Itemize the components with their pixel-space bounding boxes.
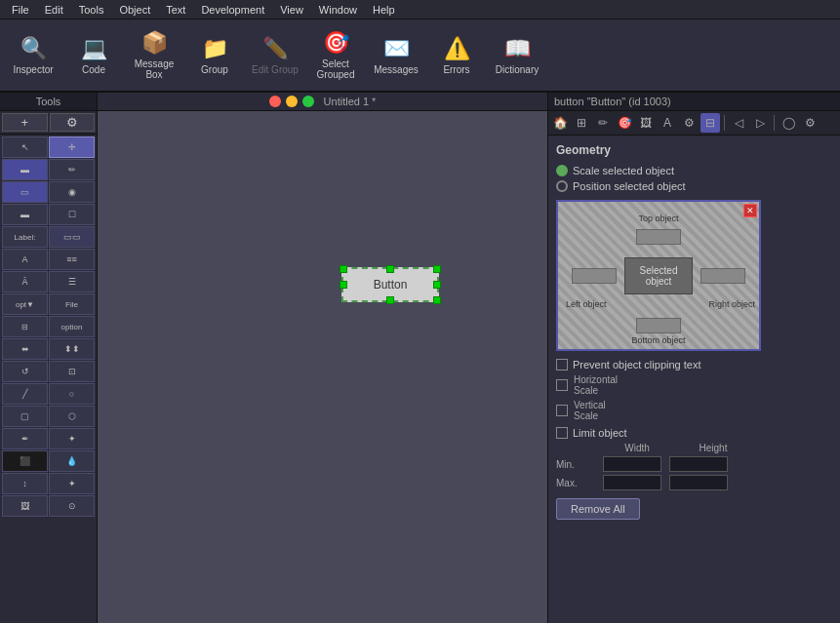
menu-tools[interactable]: Tools [71, 4, 112, 16]
tool-rect-fill[interactable]: ▬ [2, 159, 48, 180]
tool-combo[interactable]: ⊟ [2, 316, 48, 337]
insp-settings-icon[interactable]: ⚙ [800, 113, 820, 133]
max-width-input[interactable] [603, 475, 661, 490]
menu-object[interactable]: Object [111, 4, 158, 16]
tool-misc[interactable]: ⊙ [49, 495, 95, 517]
tool-pencil[interactable]: ✏ [49, 159, 95, 180]
tool-label[interactable]: Label: [2, 226, 48, 248]
menu-file[interactable]: File [4, 4, 37, 16]
menu-edit[interactable]: Edit [37, 4, 71, 16]
handle-tr[interactable] [433, 265, 441, 273]
tools-settings-button[interactable]: ⚙ [50, 113, 96, 132]
toolbar-dictionary-button[interactable]: 📖 Dictionary [488, 22, 546, 89]
tool-bar1[interactable]: ▬ [2, 204, 48, 225]
insp-circle-icon[interactable]: ◯ [779, 113, 798, 133]
handle-mr[interactable] [433, 281, 441, 289]
horizontal-scale-checkbox[interactable] [556, 379, 568, 391]
tool-oval[interactable]: ○ [49, 383, 95, 405]
handle-br[interactable] [433, 296, 441, 304]
tool-pen[interactable]: ✒ [2, 428, 48, 449]
handle-bm[interactable] [386, 296, 394, 304]
diagram-close-button[interactable]: ✕ [743, 204, 757, 217]
toolbar-errors-button[interactable]: ⚠️ Errors [427, 22, 486, 89]
tool-eyedropper[interactable]: 💧 [49, 450, 95, 472]
tool-box[interactable]: ☐ [49, 204, 95, 225]
max-height-input[interactable] [669, 475, 728, 490]
insp-pencil-icon[interactable]: ✏ [593, 113, 613, 133]
menu-text[interactable]: Text [158, 4, 193, 16]
scale-radio-option[interactable]: Scale selected object [556, 165, 832, 176]
handle-ml[interactable] [340, 281, 347, 289]
menu-view[interactable]: View [272, 4, 311, 16]
insp-gear-icon[interactable]: ⚙ [679, 113, 699, 133]
message-box-icon: 📦 [141, 30, 168, 56]
tool-star[interactable]: ✦ [49, 473, 95, 494]
insp-text-icon[interactable]: A [658, 113, 677, 133]
tool-round-rect[interactable]: ▢ [2, 406, 48, 427]
tool-move[interactable]: ✛ [49, 136, 95, 158]
tool-hscroll[interactable]: ⬌ [2, 338, 48, 360]
tool-input[interactable]: ▭▭ [49, 226, 95, 248]
tool-file[interactable]: File [49, 293, 95, 315]
tool-crop[interactable]: ⊡ [49, 361, 95, 382]
tool-radio[interactable]: ◉ [49, 181, 95, 203]
tool-text-a[interactable]: A [2, 249, 48, 270]
tool-vscroll[interactable]: ⬍⬍ [49, 338, 95, 360]
toolbar-inspector-button[interactable]: 🔍 Inspector [4, 22, 62, 89]
insp-arrow-right-icon[interactable]: ▷ [750, 113, 770, 133]
vertical-scale-checkbox[interactable] [556, 405, 568, 416]
insp-target-icon[interactable]: 🎯 [615, 113, 634, 133]
minimize-window-button[interactable] [286, 96, 298, 107]
handle-tl[interactable] [340, 265, 347, 273]
scale-radio-label: Scale selected object [573, 165, 674, 176]
menu-development[interactable]: Development [193, 4, 272, 16]
toolbar-message-box-button[interactable]: 📦 Message Box [125, 22, 183, 89]
insp-layout-icon[interactable]: ⊞ [572, 113, 591, 133]
tool-list[interactable]: ≡≡ [49, 249, 95, 270]
remove-all-button[interactable]: Remove All [556, 498, 640, 520]
canvas-area: Untitled 1 * Button [98, 93, 547, 623]
tool-undo[interactable]: ↺ [2, 361, 48, 382]
insp-geometry-icon[interactable]: ⊟ [700, 113, 720, 133]
tool-text2[interactable]: Ā [2, 271, 48, 292]
messages-icon: ✉️ [383, 36, 410, 61]
position-radio-button[interactable] [556, 180, 568, 192]
handle-tm[interactable] [386, 265, 394, 273]
toolbar-group-button[interactable]: 📁 Group [185, 22, 244, 89]
toolbar-select-grouped-button[interactable]: 🎯 Select Grouped [306, 22, 365, 89]
toolbar-code-button[interactable]: 💻 Code [64, 22, 123, 89]
tools-add-button[interactable]: + [2, 113, 48, 132]
tool-dropdown[interactable]: opt▼ [2, 293, 48, 315]
tool-hexagon[interactable]: ⬡ [49, 406, 95, 427]
insp-arrow-left-icon[interactable]: ◁ [729, 113, 748, 133]
canvas[interactable]: Button [98, 111, 547, 623]
diagram-right-label: Right object [708, 299, 755, 309]
limit-object-label: Limit object [573, 427, 627, 439]
tool-brush[interactable]: ✦ [49, 428, 95, 449]
maximize-window-button[interactable] [302, 96, 314, 107]
tool-fill[interactable]: ⬛ [2, 450, 48, 472]
canvas-button-object[interactable]: Button [341, 267, 439, 302]
toolbar-messages-button[interactable]: ✉️ Messages [367, 22, 425, 89]
scale-radio-button[interactable] [556, 165, 568, 176]
tool-image[interactable]: 🖼 [2, 495, 48, 517]
tool-line[interactable]: ╱ [2, 383, 48, 405]
code-label: Code [82, 64, 105, 75]
insp-home-icon[interactable]: 🏠 [550, 113, 570, 133]
menu-window[interactable]: Window [311, 4, 365, 16]
select-grouped-icon: 🎯 [323, 30, 349, 56]
tool-scroll-v[interactable]: ↕ [2, 473, 48, 494]
min-width-input[interactable] [603, 456, 661, 472]
prevent-clipping-checkbox[interactable] [556, 359, 568, 370]
diagram-top-label: Top object [638, 214, 678, 223]
tool-list2[interactable]: ☰ [49, 271, 95, 292]
tool-option[interactable]: option [49, 316, 95, 337]
tool-select[interactable]: ↖ [2, 136, 48, 158]
position-radio-option[interactable]: Position selected object [556, 180, 832, 192]
insp-image-icon[interactable]: 🖼 [636, 113, 656, 133]
close-window-button[interactable] [269, 96, 281, 107]
limit-object-checkbox[interactable] [556, 427, 568, 439]
tool-rect-outline[interactable]: ▭ [2, 181, 48, 203]
menu-help[interactable]: Help [365, 4, 403, 16]
min-height-input[interactable] [669, 456, 728, 472]
